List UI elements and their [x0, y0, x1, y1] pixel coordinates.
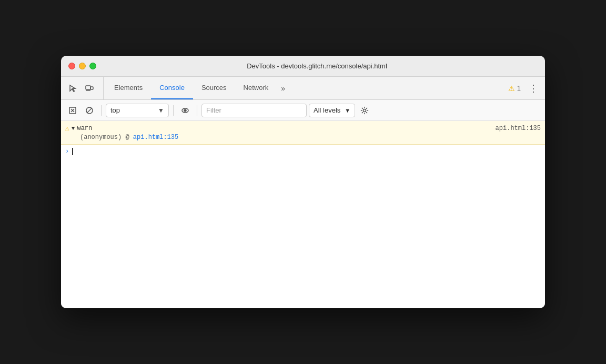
window-title: DevTools - devtools.glitch.me/console/ap… [96, 62, 538, 70]
toolbar-divider-3 [197, 105, 197, 116]
tab-elements[interactable]: Elements [106, 77, 151, 99]
warn-stack: (anonymous) @ api.html:135 [65, 133, 541, 141]
traffic-lights [68, 63, 96, 69]
toolbar-divider [101, 105, 102, 116]
minimize-button[interactable] [79, 63, 86, 69]
console-cursor [72, 148, 73, 155]
warn-left: ⚠ ▼ warn [65, 124, 92, 133]
clear-console-icon[interactable] [65, 103, 80, 118]
console-input-row: › [61, 145, 545, 158]
block-icon[interactable] [82, 103, 97, 118]
log-levels-button[interactable]: All levels ▼ [309, 104, 355, 117]
warn-toggle[interactable]: ▼ [72, 125, 75, 132]
warn-triangle-icon: ⚠ [65, 124, 69, 133]
close-button[interactable] [68, 63, 75, 69]
warn-label: warn [77, 125, 92, 132]
warning-badge[interactable]: ⚠ 1 [505, 84, 524, 93]
svg-point-9 [184, 109, 186, 112]
tab-icon-group [65, 77, 104, 99]
levels-arrow: ▼ [345, 107, 350, 114]
console-content: ⚠ ▼ warn api.html:135 (anonymous) @ api.… [61, 121, 545, 308]
maximize-button[interactable] [89, 63, 96, 69]
device-toggle-icon[interactable] [82, 81, 97, 96]
tabs-bar: Elements Console Sources Network » ⚠ 1 ⋮ [61, 77, 545, 100]
eye-icon[interactable] [178, 103, 193, 118]
devtools-menu-button[interactable]: ⋮ [526, 81, 541, 96]
context-selector[interactable]: top ▼ [106, 104, 169, 117]
warn-stack-link[interactable]: api.html:135 [133, 134, 178, 141]
warn-row: ⚠ ▼ warn api.html:135 [65, 124, 541, 133]
tab-sources[interactable]: Sources [193, 77, 235, 99]
filter-input-wrap [201, 104, 307, 117]
console-prompt-icon[interactable]: › [65, 148, 69, 155]
warn-entry: ⚠ ▼ warn api.html:135 (anonymous) @ api.… [61, 121, 545, 145]
warn-stack-line: (anonymous) @ [80, 134, 133, 141]
toolbar-divider-2 [173, 105, 174, 116]
svg-rect-1 [90, 87, 93, 89]
console-toolbar: top ▼ All levels ▼ [61, 100, 545, 121]
title-bar: DevTools - devtools.glitch.me/console/ap… [61, 56, 545, 77]
context-select-arrow: ▼ [158, 107, 164, 114]
tab-network[interactable]: Network [235, 77, 277, 99]
devtools-window: DevTools - devtools.glitch.me/console/ap… [61, 56, 545, 308]
filter-input[interactable] [206, 106, 302, 114]
settings-icon[interactable] [357, 103, 372, 118]
more-tabs-button[interactable]: » [277, 77, 289, 99]
tabs-right-controls: ⚠ 1 ⋮ [505, 77, 541, 99]
svg-rect-0 [86, 86, 90, 89]
warning-icon: ⚠ [508, 84, 515, 93]
warn-location[interactable]: api.html:135 [496, 125, 541, 132]
select-element-icon[interactable] [65, 81, 80, 96]
svg-line-7 [87, 108, 92, 113]
tab-console[interactable]: Console [151, 77, 193, 99]
svg-point-10 [363, 109, 366, 112]
